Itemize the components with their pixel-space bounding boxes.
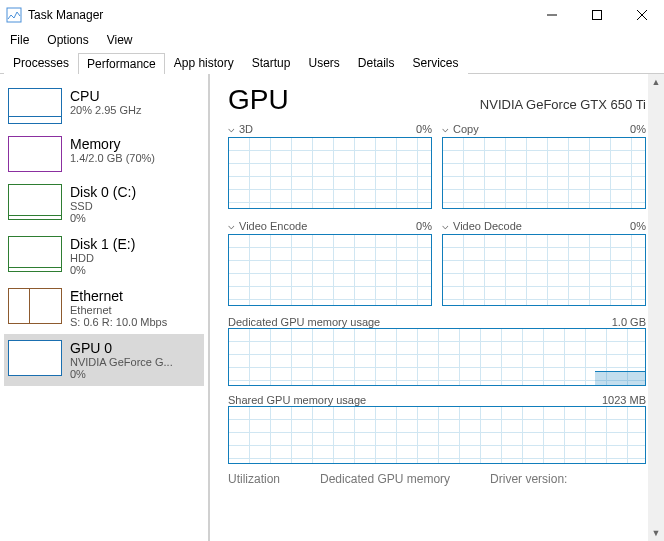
disk1-thumb: [8, 236, 62, 272]
window-controls: [529, 0, 664, 30]
memory-sub: 1.4/2.0 GB (70%): [70, 152, 155, 164]
gpu-label: GPU 0: [70, 340, 173, 356]
tab-users[interactable]: Users: [299, 52, 348, 74]
stat-driver: Driver version:: [490, 472, 567, 486]
disk0-label: Disk 0 (C:): [70, 184, 136, 200]
ethernet-sub1: Ethernet: [70, 304, 167, 316]
minimize-button[interactable]: [529, 0, 574, 30]
tab-processes[interactable]: Processes: [4, 52, 78, 74]
graph-copy-pct: 0%: [630, 123, 646, 135]
content-pane: GPU NVIDIA GeForce GTX 650 Ti ⌵ 3D 0% ⌵ …: [210, 74, 664, 541]
tab-startup[interactable]: Startup: [243, 52, 300, 74]
chevron-down-icon[interactable]: ⌵: [228, 219, 235, 232]
scroll-up-icon[interactable]: ▲: [648, 74, 664, 90]
dedmem-max: 1.0 GB: [612, 316, 646, 328]
shmem-max: 1023 MB: [602, 394, 646, 406]
device-name: NVIDIA GeForce GTX 650 Ti: [480, 97, 646, 112]
sidebar-item-memory[interactable]: Memory 1.4/2.0 GB (70%): [4, 130, 204, 178]
chevron-down-icon[interactable]: ⌵: [228, 122, 235, 135]
gpu-sub2: 0%: [70, 368, 173, 380]
ethernet-label: Ethernet: [70, 288, 167, 304]
tab-app-history[interactable]: App history: [165, 52, 243, 74]
ethernet-sub2: S: 0.6 R: 10.0 Mbps: [70, 316, 167, 328]
scroll-down-icon[interactable]: ▼: [648, 525, 664, 541]
cpu-sub: 20% 2.95 GHz: [70, 104, 142, 116]
sidebar-item-gpu[interactable]: GPU 0 NVIDIA GeForce G... 0%: [4, 334, 204, 386]
graph-venc-label[interactable]: Video Encode: [239, 220, 307, 232]
menu-file[interactable]: File: [4, 31, 35, 49]
memory-thumb: [8, 136, 62, 172]
graph-venc-pct: 0%: [416, 220, 432, 232]
shmem-label: Shared GPU memory usage: [228, 394, 366, 406]
tab-performance[interactable]: Performance: [78, 53, 165, 74]
chevron-down-icon[interactable]: ⌵: [442, 122, 449, 135]
sidebar-item-disk1[interactable]: Disk 1 (E:) HDD 0%: [4, 230, 204, 282]
graph-shared-memory: [228, 406, 646, 464]
disk0-sub2: 0%: [70, 212, 136, 224]
sidebar: CPU 20% 2.95 GHz Memory 1.4/2.0 GB (70%)…: [0, 74, 210, 541]
graph-3d-pct: 0%: [416, 123, 432, 135]
sidebar-item-disk0[interactable]: Disk 0 (C:) SSD 0%: [4, 178, 204, 230]
stat-dedmem: Dedicated GPU memory: [320, 472, 450, 486]
chevron-down-icon[interactable]: ⌵: [442, 219, 449, 232]
cpu-thumb: [8, 88, 62, 124]
menu-view[interactable]: View: [101, 31, 139, 49]
graph-3d-label[interactable]: 3D: [239, 123, 253, 135]
graph-vdec-label[interactable]: Video Decode: [453, 220, 522, 232]
tab-services[interactable]: Services: [404, 52, 468, 74]
page-title: GPU: [228, 84, 289, 116]
close-button[interactable]: [619, 0, 664, 30]
graph-vdec-pct: 0%: [630, 220, 646, 232]
disk1-sub2: 0%: [70, 264, 135, 276]
graph-copy-label[interactable]: Copy: [453, 123, 479, 135]
app-icon: [6, 7, 22, 23]
tab-details[interactable]: Details: [349, 52, 404, 74]
svg-rect-2: [592, 11, 601, 20]
disk1-label: Disk 1 (E:): [70, 236, 135, 252]
dedmem-label: Dedicated GPU memory usage: [228, 316, 380, 328]
ethernet-thumb: [8, 288, 62, 324]
graph-dedicated-memory: [228, 328, 646, 386]
window-title: Task Manager: [28, 8, 103, 22]
menu-options[interactable]: Options: [41, 31, 94, 49]
sidebar-item-ethernet[interactable]: Ethernet Ethernet S: 0.6 R: 10.0 Mbps: [4, 282, 204, 334]
gpu-sub1: NVIDIA GeForce G...: [70, 356, 173, 368]
graph-3d: [228, 137, 432, 209]
sidebar-item-cpu[interactable]: CPU 20% 2.95 GHz: [4, 82, 204, 130]
main-area: CPU 20% 2.95 GHz Memory 1.4/2.0 GB (70%)…: [0, 74, 664, 541]
menu-bar: File Options View: [0, 30, 664, 50]
disk0-sub1: SSD: [70, 200, 136, 212]
graph-copy: [442, 137, 646, 209]
cpu-label: CPU: [70, 88, 142, 104]
memory-label: Memory: [70, 136, 155, 152]
graph-video-decode: [442, 234, 646, 306]
graph-video-encode: [228, 234, 432, 306]
maximize-button[interactable]: [574, 0, 619, 30]
disk1-sub1: HDD: [70, 252, 135, 264]
disk0-thumb: [8, 184, 62, 220]
gpu-thumb: [8, 340, 62, 376]
stat-utilization: Utilization: [228, 472, 280, 486]
scrollbar[interactable]: ▲ ▼: [648, 74, 664, 541]
tab-bar: Processes Performance App history Startu…: [0, 50, 664, 74]
title-bar: Task Manager: [0, 0, 664, 30]
